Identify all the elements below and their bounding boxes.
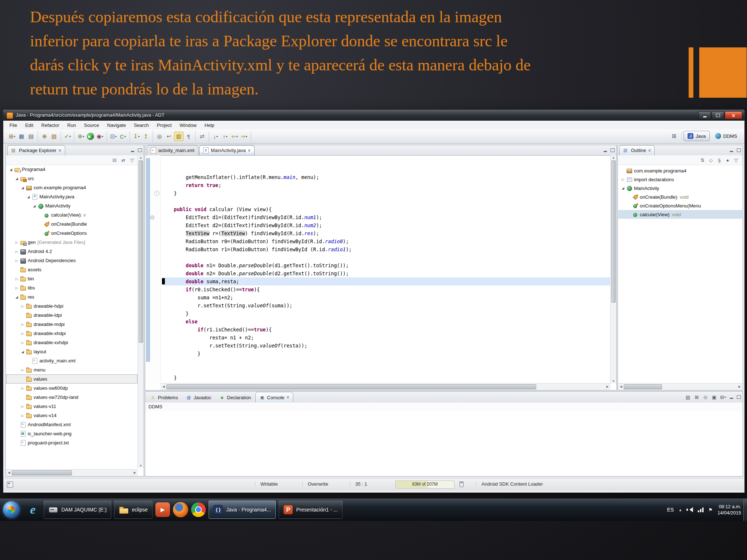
menu-navigate[interactable]: Navigate [103, 122, 130, 129]
tree-item[interactable]: ▷drawable-xhdpi [6, 329, 138, 338]
hide-static-icon[interactable]: § [716, 156, 723, 164]
close-view-icon[interactable] [59, 148, 61, 153]
scrollbar-thumb[interactable] [166, 384, 536, 389]
code-line[interactable]: double n1= Double.parseDouble(d1.getText… [162, 261, 611, 269]
mark-occurrences-button[interactable]: ▥ [174, 132, 183, 141]
tree-item[interactable]: ▷values-v11 [6, 402, 138, 411]
network-icon[interactable] [698, 507, 704, 512]
minimize-view-icon[interactable] [729, 148, 734, 152]
minimize-view-icon[interactable] [729, 395, 734, 399]
new-button[interactable]: ⊞▾ [8, 132, 16, 141]
scroll-down-icon[interactable] [611, 379, 616, 384]
annotations-prev-button[interactable]: ↑▾ [221, 132, 229, 141]
twistie-icon[interactable]: ▷ [14, 241, 19, 244]
twistie-icon[interactable]: ◢ [14, 295, 19, 299]
code-line[interactable] [162, 358, 611, 366]
dropdown-caret-icon[interactable]: ▾ [102, 135, 103, 138]
tree-item[interactable]: values [6, 374, 138, 384]
perspective-ddms[interactable]: DDMS [712, 131, 741, 141]
start-button[interactable] [3, 501, 20, 518]
twistie-icon[interactable]: ◢ [620, 186, 626, 190]
dropdown-caret-icon[interactable]: ▾ [724, 396, 726, 399]
close-tab-icon[interactable] [248, 148, 251, 153]
twistie-icon[interactable]: ▷ [14, 286, 19, 290]
volume-icon[interactable] [687, 507, 693, 512]
tree-item[interactable]: ▷drawable-mdpi [6, 320, 138, 329]
twistie-icon[interactable]: ▷ [20, 405, 25, 408]
code-line[interactable] [162, 197, 611, 205]
code-line[interactable]: return true; [162, 181, 611, 189]
show-desktop-button[interactable] [743, 498, 747, 521]
run-garbage-collector-button[interactable] [459, 481, 464, 487]
fast-view-icon[interactable] [7, 482, 13, 487]
scroll-left-icon[interactable] [161, 384, 166, 390]
console-tab-javadoc[interactable]: Javadoc [182, 392, 215, 402]
tree-item[interactable]: ◢MainActivity [6, 201, 138, 210]
console-tab-problems[interactable]: Problems [147, 392, 182, 402]
tree-item[interactable]: ▷gen[Generated Java Files] [6, 238, 138, 247]
outline-item[interactable]: calcular(View) : void [618, 210, 742, 219]
code-line[interactable] [162, 366, 611, 374]
link-editor-button[interactable]: ⇄ [198, 132, 206, 141]
tree-item[interactable]: ▷drawable-xxhdpi [6, 338, 138, 347]
tree-item[interactable]: ▷menu [6, 365, 138, 374]
link-with-editor-icon[interactable]: ⇄ [120, 156, 127, 164]
code-line[interactable]: getMenuInflater().inflate(R.menu.main, m… [162, 173, 611, 181]
scrollbar-thumb[interactable] [12, 470, 72, 475]
console-output[interactable] [146, 411, 742, 476]
tree-item[interactable]: ▷Android 4.2 [6, 247, 138, 256]
tree-item[interactable]: ▷values-sw600dp [6, 384, 138, 393]
export-button[interactable]: ↥ [142, 132, 150, 141]
tree-item[interactable]: ▷drawable-hdpi [6, 302, 138, 311]
twistie-icon[interactable]: ◢ [32, 204, 37, 208]
code-line[interactable]: double suma,resta; [162, 277, 611, 285]
sort-icon[interactable]: ⇅ [699, 156, 706, 164]
forward-button[interactable]: ⇒▾ [240, 132, 248, 141]
scroll-right-icon[interactable] [737, 384, 742, 390]
twistie-icon[interactable]: ▷ [20, 332, 25, 335]
close-button[interactable] [725, 111, 742, 119]
minimize-view-icon[interactable] [131, 148, 135, 152]
language-indicator[interactable]: ES [667, 507, 674, 513]
debug-button[interactable]: ⊛▾ [77, 132, 85, 141]
action-center-icon[interactable] [708, 507, 713, 513]
minimize-view-icon[interactable] [603, 148, 608, 152]
code-line[interactable] [162, 253, 611, 261]
presentacion1-window-button[interactable]: Presentación1 - ... [279, 501, 342, 519]
twistie-icon[interactable]: ▷ [20, 323, 25, 326]
outline-hscrollbar[interactable] [618, 383, 743, 390]
console-tab-console[interactable]: Console [255, 392, 293, 402]
display-selected-console-icon[interactable]: ▣ [711, 393, 718, 401]
scroll-right-icon[interactable] [605, 384, 610, 390]
editor-tab-activity-main-xml[interactable]: activity_main.xml [147, 145, 198, 155]
scrollbar-thumb[interactable] [139, 160, 143, 343]
tree-item[interactable]: ◢com.example.programa4 [6, 183, 138, 192]
menu-project[interactable]: Project [153, 122, 175, 129]
scroll-left-icon[interactable] [7, 470, 11, 476]
dropdown-caret-icon[interactable]: ▾ [115, 135, 117, 138]
code-line[interactable]: else [162, 318, 611, 326]
firefox-icon[interactable] [173, 502, 188, 517]
editor-hscrollbar[interactable] [160, 383, 611, 390]
menu-refactor[interactable]: Refactor [37, 122, 63, 129]
tree-item[interactable]: values-sw720dp-land [6, 393, 138, 402]
dam-jaquimc-drive-button[interactable]: DAM JAQUIMC (E:) [44, 501, 111, 519]
code-line[interactable]: EditText d1=(EditText)findViewById(R.id.… [162, 213, 611, 221]
code-line[interactable]: double n2= Double.parseDouble(d2.getText… [162, 269, 611, 277]
scrollbar-thumb[interactable] [611, 160, 616, 303]
twistie-icon[interactable]: ▷ [14, 277, 19, 281]
code-line[interactable]: } [162, 310, 611, 318]
maximize-view-icon[interactable] [736, 395, 741, 399]
tree-item[interactable]: calcular(View) : v [6, 210, 138, 219]
dropdown-caret-icon[interactable]: ▾ [236, 135, 238, 138]
twistie-icon[interactable]: ◢ [14, 177, 19, 180]
twistie-icon[interactable]: ▷ [14, 250, 19, 253]
fold-collapse-icon[interactable] [154, 191, 159, 196]
twistie-icon[interactable]: ◢ [20, 350, 25, 354]
twistie-icon[interactable]: ▷ [620, 178, 626, 181]
new-package-button[interactable]: ▧ [50, 132, 58, 141]
chrome-icon[interactable] [191, 502, 206, 517]
tree-item[interactable]: ◢src [6, 174, 138, 183]
tray-expand-icon[interactable] [678, 508, 682, 512]
back-button[interactable]: ⇐▾ [230, 132, 239, 141]
